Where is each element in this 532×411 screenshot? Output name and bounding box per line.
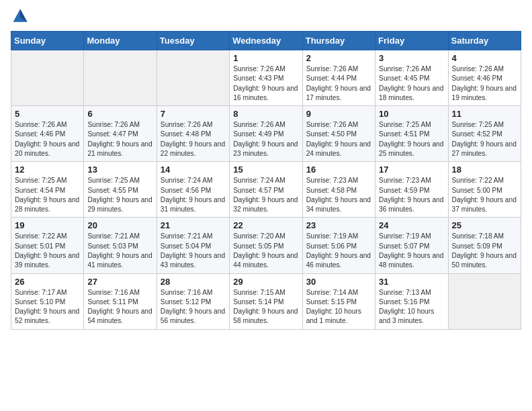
day-cell-13: 13Sunrise: 7:25 AMSunset: 4:55 PMDayligh… bbox=[84, 162, 157, 218]
day-number: 26 bbox=[15, 277, 80, 287]
day-number: 4 bbox=[452, 53, 517, 63]
day-info: Sunrise: 7:25 AMSunset: 4:54 PMDaylight:… bbox=[15, 176, 80, 214]
header-day-friday: Friday bbox=[375, 32, 448, 50]
day-cell-4: 4Sunrise: 7:26 AMSunset: 4:46 PMDaylight… bbox=[448, 50, 521, 106]
week-row-4: 19Sunrise: 7:22 AMSunset: 5:01 PMDayligh… bbox=[11, 218, 521, 273]
day-number: 20 bbox=[87, 220, 152, 230]
day-info: Sunrise: 7:22 AMSunset: 5:00 PMDaylight:… bbox=[452, 176, 517, 214]
day-info: Sunrise: 7:25 AMSunset: 4:55 PMDaylight:… bbox=[87, 176, 152, 214]
header bbox=[11, 7, 521, 26]
day-info: Sunrise: 7:23 AMSunset: 4:58 PMDaylight:… bbox=[306, 176, 371, 214]
day-number: 12 bbox=[15, 165, 80, 175]
day-cell-14: 14Sunrise: 7:24 AMSunset: 4:56 PMDayligh… bbox=[157, 162, 229, 218]
day-number: 15 bbox=[233, 165, 298, 175]
week-row-2: 5Sunrise: 7:26 AMSunset: 4:46 PMDaylight… bbox=[11, 106, 521, 162]
day-info: Sunrise: 7:19 AMSunset: 5:07 PMDaylight:… bbox=[379, 232, 444, 270]
empty-cell bbox=[84, 50, 157, 106]
day-cell-22: 22Sunrise: 7:20 AMSunset: 5:05 PMDayligh… bbox=[230, 218, 302, 273]
day-info: Sunrise: 7:23 AMSunset: 4:59 PMDaylight:… bbox=[379, 176, 444, 214]
day-cell-3: 3Sunrise: 7:26 AMSunset: 4:45 PMDaylight… bbox=[375, 50, 448, 106]
day-info: Sunrise: 7:21 AMSunset: 5:03 PMDaylight:… bbox=[87, 232, 152, 270]
day-number: 29 bbox=[233, 277, 298, 287]
day-number: 17 bbox=[379, 165, 444, 175]
day-info: Sunrise: 7:14 AMSunset: 5:15 PMDaylight:… bbox=[306, 288, 371, 326]
day-cell-21: 21Sunrise: 7:21 AMSunset: 5:04 PMDayligh… bbox=[157, 218, 229, 273]
header-day-sunday: Sunday bbox=[11, 32, 84, 50]
day-info: Sunrise: 7:26 AMSunset: 4:43 PMDaylight:… bbox=[233, 64, 298, 103]
day-info: Sunrise: 7:16 AMSunset: 5:12 PMDaylight:… bbox=[161, 288, 226, 326]
day-number: 1 bbox=[233, 53, 298, 63]
day-number: 7 bbox=[161, 109, 226, 119]
day-info: Sunrise: 7:26 AMSunset: 4:48 PMDaylight:… bbox=[161, 120, 226, 158]
day-number: 30 bbox=[306, 277, 371, 287]
day-info: Sunrise: 7:24 AMSunset: 4:56 PMDaylight:… bbox=[161, 176, 226, 214]
day-cell-17: 17Sunrise: 7:23 AMSunset: 4:59 PMDayligh… bbox=[375, 162, 448, 218]
day-number: 13 bbox=[87, 165, 152, 175]
day-cell-24: 24Sunrise: 7:19 AMSunset: 5:07 PMDayligh… bbox=[375, 218, 448, 273]
empty-cell bbox=[157, 50, 229, 106]
day-info: Sunrise: 7:26 AMSunset: 4:47 PMDaylight:… bbox=[87, 120, 152, 158]
day-number: 14 bbox=[161, 165, 226, 175]
logo-icon bbox=[11, 7, 30, 26]
day-number: 9 bbox=[306, 109, 371, 119]
day-info: Sunrise: 7:15 AMSunset: 5:14 PMDaylight:… bbox=[233, 288, 298, 326]
day-number: 31 bbox=[379, 277, 444, 287]
day-cell-18: 18Sunrise: 7:22 AMSunset: 5:00 PMDayligh… bbox=[448, 162, 521, 218]
day-info: Sunrise: 7:19 AMSunset: 5:06 PMDaylight:… bbox=[306, 232, 371, 270]
logo bbox=[11, 7, 32, 26]
day-cell-8: 8Sunrise: 7:26 AMSunset: 4:49 PMDaylight… bbox=[230, 106, 302, 162]
day-number: 19 bbox=[15, 220, 80, 230]
week-row-5: 26Sunrise: 7:17 AMSunset: 5:10 PMDayligh… bbox=[11, 273, 521, 329]
day-cell-9: 9Sunrise: 7:26 AMSunset: 4:50 PMDaylight… bbox=[302, 106, 375, 162]
day-cell-19: 19Sunrise: 7:22 AMSunset: 5:01 PMDayligh… bbox=[11, 218, 84, 273]
day-info: Sunrise: 7:25 AMSunset: 4:52 PMDaylight:… bbox=[452, 120, 517, 158]
header-day-wednesday: Wednesday bbox=[230, 32, 302, 50]
header-day-thursday: Thursday bbox=[302, 32, 375, 50]
empty-cell bbox=[448, 273, 521, 329]
day-cell-31: 31Sunrise: 7:13 AMSunset: 5:16 PMDayligh… bbox=[375, 273, 448, 329]
day-cell-1: 1Sunrise: 7:26 AMSunset: 4:43 PMDaylight… bbox=[230, 50, 302, 106]
day-info: Sunrise: 7:26 AMSunset: 4:45 PMDaylight:… bbox=[379, 64, 444, 103]
day-info: Sunrise: 7:24 AMSunset: 4:57 PMDaylight:… bbox=[233, 176, 298, 214]
header-day-saturday: Saturday bbox=[448, 32, 521, 50]
day-info: Sunrise: 7:21 AMSunset: 5:04 PMDaylight:… bbox=[161, 232, 226, 270]
day-cell-20: 20Sunrise: 7:21 AMSunset: 5:03 PMDayligh… bbox=[84, 218, 157, 273]
header-row: SundayMondayTuesdayWednesdayThursdayFrid… bbox=[11, 32, 521, 50]
day-info: Sunrise: 7:26 AMSunset: 4:46 PMDaylight:… bbox=[452, 64, 517, 103]
day-cell-16: 16Sunrise: 7:23 AMSunset: 4:58 PMDayligh… bbox=[302, 162, 375, 218]
week-row-3: 12Sunrise: 7:25 AMSunset: 4:54 PMDayligh… bbox=[11, 162, 521, 218]
week-row-1: 1Sunrise: 7:26 AMSunset: 4:43 PMDaylight… bbox=[11, 50, 521, 106]
day-info: Sunrise: 7:18 AMSunset: 5:09 PMDaylight:… bbox=[452, 232, 517, 270]
day-number: 3 bbox=[379, 53, 444, 63]
calendar-table: SundayMondayTuesdayWednesdayThursdayFrid… bbox=[11, 31, 521, 330]
day-info: Sunrise: 7:17 AMSunset: 5:10 PMDaylight:… bbox=[15, 288, 80, 326]
day-cell-27: 27Sunrise: 7:16 AMSunset: 5:11 PMDayligh… bbox=[84, 273, 157, 329]
day-number: 6 bbox=[87, 109, 152, 119]
day-number: 23 bbox=[306, 220, 371, 230]
day-number: 28 bbox=[161, 277, 226, 287]
day-number: 10 bbox=[379, 109, 444, 119]
day-number: 16 bbox=[306, 165, 371, 175]
header-day-monday: Monday bbox=[84, 32, 157, 50]
day-cell-5: 5Sunrise: 7:26 AMSunset: 4:46 PMDaylight… bbox=[11, 106, 84, 162]
day-cell-29: 29Sunrise: 7:15 AMSunset: 5:14 PMDayligh… bbox=[230, 273, 302, 329]
day-number: 21 bbox=[161, 220, 226, 230]
day-cell-30: 30Sunrise: 7:14 AMSunset: 5:15 PMDayligh… bbox=[302, 273, 375, 329]
day-number: 24 bbox=[379, 220, 444, 230]
day-number: 8 bbox=[233, 109, 298, 119]
day-cell-15: 15Sunrise: 7:24 AMSunset: 4:57 PMDayligh… bbox=[230, 162, 302, 218]
day-cell-11: 11Sunrise: 7:25 AMSunset: 4:52 PMDayligh… bbox=[448, 106, 521, 162]
day-cell-25: 25Sunrise: 7:18 AMSunset: 5:09 PMDayligh… bbox=[448, 218, 521, 273]
day-cell-28: 28Sunrise: 7:16 AMSunset: 5:12 PMDayligh… bbox=[157, 273, 229, 329]
day-cell-7: 7Sunrise: 7:26 AMSunset: 4:48 PMDaylight… bbox=[157, 106, 229, 162]
day-info: Sunrise: 7:26 AMSunset: 4:49 PMDaylight:… bbox=[233, 120, 298, 158]
day-cell-26: 26Sunrise: 7:17 AMSunset: 5:10 PMDayligh… bbox=[11, 273, 84, 329]
day-info: Sunrise: 7:20 AMSunset: 5:05 PMDaylight:… bbox=[233, 232, 298, 270]
day-cell-10: 10Sunrise: 7:25 AMSunset: 4:51 PMDayligh… bbox=[375, 106, 448, 162]
day-number: 22 bbox=[233, 220, 298, 230]
day-cell-6: 6Sunrise: 7:26 AMSunset: 4:47 PMDaylight… bbox=[84, 106, 157, 162]
day-info: Sunrise: 7:22 AMSunset: 5:01 PMDaylight:… bbox=[15, 232, 80, 270]
day-number: 2 bbox=[306, 53, 371, 63]
day-info: Sunrise: 7:16 AMSunset: 5:11 PMDaylight:… bbox=[87, 288, 152, 326]
day-cell-2: 2Sunrise: 7:26 AMSunset: 4:44 PMDaylight… bbox=[302, 50, 375, 106]
